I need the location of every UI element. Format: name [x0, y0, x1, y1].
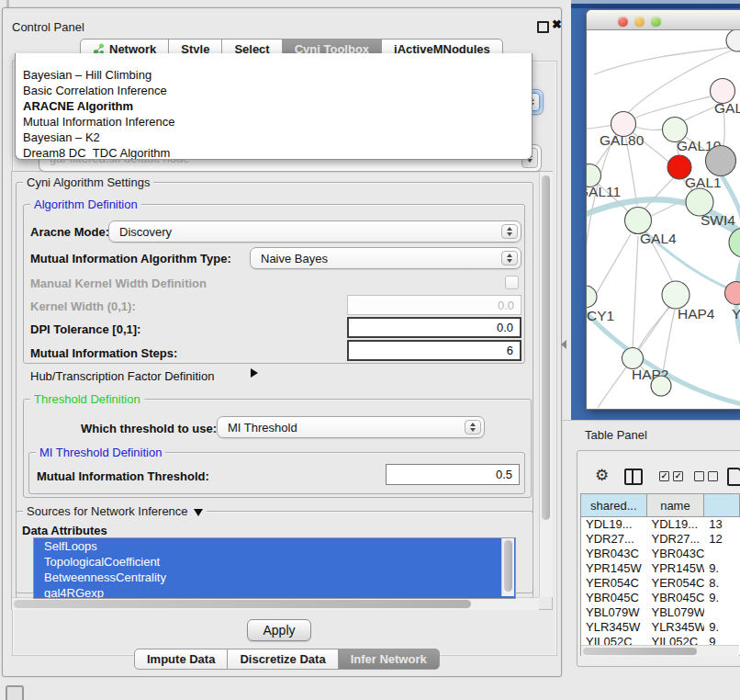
table-column-header[interactable]: shared...	[581, 494, 647, 516]
table-cell: YLR345W	[581, 620, 646, 635]
settings-vertical-scrollbar[interactable]	[539, 172, 553, 597]
close-traffic-icon[interactable]	[618, 17, 628, 27]
table-row[interactable]: YPR145WYPR145W9.	[581, 561, 740, 576]
network-node-label: GAL1	[685, 175, 722, 190]
algorithm-option[interactable]: Basic Correlation Inference	[16, 83, 532, 98]
table-column-header[interactable]: name	[647, 494, 705, 516]
attribute-list-item[interactable]: SelfLoops	[34, 538, 515, 554]
table-horizontal-scrollbar[interactable]	[581, 645, 739, 657]
table-cell: 9.	[704, 620, 740, 635]
zoom-traffic-icon[interactable]	[651, 17, 661, 27]
table-row[interactable]: YDR27...YDR27...12	[581, 532, 740, 547]
network-node[interactable]	[651, 376, 671, 396]
table-row[interactable]: YBR045CYBR045C9.	[581, 591, 740, 605]
apply-button[interactable]: Apply	[247, 619, 311, 641]
network-node-label: GAL	[714, 100, 740, 116]
column-layout-icon[interactable]	[624, 469, 643, 485]
minimize-traffic-icon[interactable]	[634, 17, 645, 27]
tab-infer-network[interactable]: Infer Network	[338, 649, 440, 670]
network-node[interactable]	[706, 146, 736, 176]
table-cell: 12	[704, 532, 740, 547]
scrollbar-thumb[interactable]	[504, 540, 512, 592]
popup-spacer	[16, 53, 532, 67]
network-canvas[interactable]: GALGAL80GAL10GAL1GAL11SWI4GAL4GCY1HAP4YH…	[587, 30, 740, 409]
table-cell: YBR043C	[581, 547, 646, 561]
network-window-titlebar[interactable]	[587, 10, 740, 30]
network-node[interactable]	[587, 286, 597, 308]
panel-separator	[560, 420, 740, 421]
network-node-label: GAL80	[600, 132, 645, 148]
network-node-label: GAL11	[587, 184, 621, 199]
table-cell: YBR045C	[581, 591, 646, 605]
network-node-label: GCY1	[587, 308, 614, 323]
which-threshold-combobox[interactable]: MI Threshold	[217, 416, 485, 438]
table-row[interactable]: YDL19...YDL19...13	[581, 517, 740, 532]
algorithm-option[interactable]: Dream8 DC_TDC Algorithm	[16, 145, 532, 160]
mi-threshold-label: Mutual Information Threshold:	[37, 469, 209, 483]
manual-kernel-width-checkbox[interactable]	[505, 276, 519, 289]
mi-threshold-definition-title: MI Threshold Definition	[36, 446, 165, 459]
data-attributes-label: Data Attributes	[22, 524, 107, 537]
scrollbar-thumb[interactable]	[542, 175, 550, 520]
network-node[interactable]	[729, 228, 740, 257]
deselect-all-columns-icon[interactable]	[694, 471, 718, 481]
mi-steps-label: Mutual Information Steps:	[30, 346, 177, 360]
collapse-arrow-icon[interactable]	[194, 509, 203, 516]
minimized-panel-icon[interactable]	[6, 685, 24, 700]
table-row[interactable]: YBL079WYBL079W	[581, 605, 740, 620]
select-all-columns-icon[interactable]: ✓✓	[659, 471, 683, 481]
settings-horizontal-scrollbar[interactable]	[12, 597, 539, 610]
scrollbar-thumb[interactable]	[583, 648, 697, 655]
table-cell: YDR27...	[581, 532, 646, 547]
table-cell: YLR345W	[646, 620, 704, 635]
mi-steps-field[interactable]: 6	[347, 340, 521, 361]
table-cell: YDL19...	[646, 517, 704, 532]
network-node-label: SWI4	[701, 212, 735, 228]
algorithm-option[interactable]: Bayesian – Hill Climbing	[16, 67, 532, 83]
attribute-list-item[interactable]: BetweennessCentrality	[34, 570, 515, 585]
table-column-header[interactable]	[704, 494, 740, 516]
network-node[interactable]	[725, 282, 740, 305]
combo-stepper-icon[interactable]	[501, 224, 518, 239]
table-panel-title: Table Panel	[585, 428, 647, 442]
network-node[interactable]	[662, 281, 690, 309]
mi-algorithm-type-combobox[interactable]: Naive Bayes	[250, 247, 521, 269]
algorithm-list: Bayesian – Hill ClimbingBasic Correlatio…	[16, 67, 532, 160]
expand-arrow-icon[interactable]	[251, 368, 258, 378]
table-row[interactable]: YBR043CYBR043C	[581, 547, 740, 561]
table-cell: YDR27...	[646, 532, 704, 547]
table-cell: YDL19...	[581, 517, 646, 532]
table-cell	[704, 605, 740, 620]
dpi-tolerance-field[interactable]: 0.0	[347, 317, 521, 338]
aracne-mode-label: Aracne Mode:	[30, 225, 109, 239]
screen: Control Panel ✖ Network Style Select Cyn…	[0, 0, 740, 700]
algorithm-option[interactable]: ARACNE Algorithm	[16, 98, 532, 114]
table-cell: 9.	[704, 591, 740, 605]
node-table[interactable]: shared...name YDL19...YDL19...13YDR27...…	[580, 493, 740, 656]
mi-threshold-field[interactable]: 0.5	[386, 464, 520, 485]
table-row[interactable]: YLR345WYLR345W9.	[581, 620, 740, 635]
aracne-mode-combobox[interactable]: Discovery	[108, 220, 521, 243]
tab-discretize-data[interactable]: Discretize Data	[227, 649, 338, 670]
mi-algorithm-type-label: Mutual Information Algorithm Type:	[30, 252, 231, 265]
algorithm-option[interactable]: Bayesian – K2	[16, 130, 532, 145]
attribute-list-item[interactable]: gal4RGexp	[34, 585, 515, 599]
table-row[interactable]: YER054CYER054C8.	[581, 576, 740, 591]
close-icon[interactable]: ✖	[552, 17, 562, 31]
mi-algorithm-type-value: Naive Bayes	[261, 252, 328, 265]
attributes-list-scrollbar[interactable]	[501, 538, 514, 596]
gear-icon[interactable]: ⚙	[595, 468, 609, 483]
algorithm-option[interactable]: Mutual Information Inference	[16, 114, 532, 130]
scrollbar-thumb[interactable]	[14, 600, 471, 608]
combo-stepper-icon[interactable]	[465, 420, 481, 435]
document-icon[interactable]	[727, 468, 740, 486]
which-threshold-label: Which threshold to use:	[81, 422, 217, 435]
dpi-tolerance-label: DPI Tolerance [0,1]:	[30, 322, 140, 336]
splitter-collapse-icon[interactable]	[561, 340, 566, 349]
combo-stepper-icon[interactable]	[501, 251, 518, 265]
data-attributes-list[interactable]: SelfLoopsTopologicalCoefficientBetweenne…	[33, 537, 516, 599]
attribute-list-item[interactable]: TopologicalCoefficient	[34, 554, 515, 570]
algorithm-definition-title: Algorithm Definition	[30, 198, 141, 211]
float-window-icon[interactable]	[537, 21, 549, 33]
tab-impute-data[interactable]: Impute Data	[134, 649, 228, 670]
